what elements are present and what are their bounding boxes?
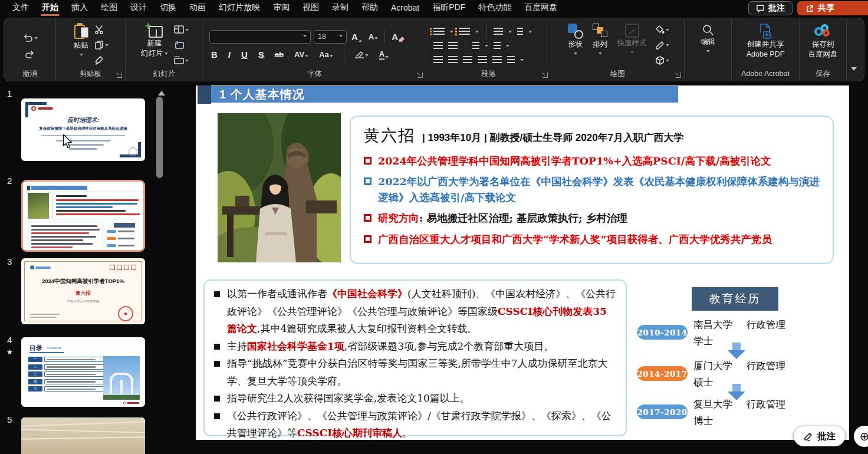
editing-button[interactable]: 编辑 — [698, 22, 718, 68]
achievements-box[interactable]: 以第一作者或通讯作者《中国社会科学》(人文社科顶刊)、《中国农村经济》、《公共行… — [203, 279, 627, 436]
text-shadow-button[interactable]: S — [257, 49, 266, 60]
shapes-button[interactable]: 形状 — [565, 22, 586, 68]
copy-button[interactable] — [93, 39, 110, 51]
scroll-up-arrow-icon[interactable] — [158, 87, 165, 96]
section-chevron-icon[interactable] — [185, 60, 189, 64]
font-size-select[interactable]: 18 — [314, 30, 347, 44]
menu-tab-录制[interactable]: 录制 — [326, 0, 355, 17]
save-to-baidu-button[interactable]: 保存到 百度网盘 — [806, 22, 840, 68]
clipboard-dialog-launcher[interactable] — [117, 73, 122, 78]
font-dialog-launcher[interactable] — [417, 73, 423, 78]
new-slide-button[interactable]: + 新建 幻灯片 — [139, 22, 171, 68]
profile-photo[interactable] — [218, 113, 341, 262]
shrink-font-button[interactable]: A — [367, 32, 380, 42]
shape-outline-button[interactable] — [654, 39, 670, 51]
numbering-chevron-icon[interactable] — [475, 31, 479, 35]
smartart-convert-button[interactable] — [507, 56, 515, 64]
change-case-button[interactable]: Aa — [317, 50, 335, 60]
numbering-button[interactable] — [459, 28, 470, 35]
slide-title[interactable]: 1 个人基本情况 — [211, 86, 678, 103]
decrease-indent-button[interactable] — [433, 42, 443, 50]
slide-thumbnail-4[interactable]: 目录 Contents 一二三四五 — [21, 337, 145, 407]
new-slide-chevron-icon[interactable] — [165, 52, 168, 57]
menu-tab-绘图[interactable]: 绘图 — [94, 0, 124, 17]
align-left-button[interactable] — [433, 56, 443, 64]
menu-tab-帮助[interactable]: 帮助 — [355, 0, 384, 17]
paragraph-dialog-launcher[interactable] — [542, 73, 548, 78]
format-painter-button[interactable] — [93, 54, 110, 66]
menu-tab-文件[interactable]: 文件 — [6, 0, 35, 17]
create-share-adobe-pdf-button[interactable]: 创建并共享 Adobe PDF — [744, 22, 787, 68]
cut-button[interactable] — [93, 24, 110, 35]
profile-info-box[interactable]: 黄六招 | 1993年10月 | 副教授/硕士生导师 2020年7月入职广西大学… — [350, 116, 834, 264]
menu-tab-切换[interactable]: 切换 — [153, 0, 183, 17]
comments-button[interactable]: 批注 — [748, 1, 793, 15]
character-spacing-button[interactable]: AV — [292, 50, 310, 60]
menu-tab-审阅[interactable]: 审阅 — [267, 0, 296, 17]
grow-font-button[interactable]: A — [350, 31, 364, 42]
menu-tab-特色功能[interactable]: 特色功能 — [472, 0, 518, 17]
shape-fill-chevron-icon[interactable] — [666, 29, 669, 33]
collapse-ribbon-chevron-icon[interactable] — [851, 67, 857, 74]
redo-button[interactable] — [24, 49, 37, 61]
quick-styles-chevron-icon[interactable] — [630, 51, 634, 55]
underline-button[interactable]: U — [239, 49, 249, 60]
copy-chevron-icon[interactable] — [105, 44, 108, 48]
strikethrough-button[interactable]: ab — [273, 50, 285, 60]
menu-tab-视图[interactable]: 视图 — [296, 0, 326, 17]
menu-tab-百度网盘[interactable]: 百度网盘 — [518, 0, 564, 17]
text-direction-chevron-icon[interactable] — [528, 31, 532, 35]
slide-layout-chevron-icon[interactable] — [185, 29, 189, 33]
arrange-chevron-icon[interactable] — [599, 52, 602, 57]
line-spacing-chevron-icon[interactable] — [508, 31, 512, 35]
shape-fill-button[interactable] — [654, 24, 670, 35]
clear-formatting-button[interactable]: A — [390, 31, 406, 42]
thumbnail-scrollbar[interactable] — [156, 97, 163, 178]
education-header[interactable]: 教育经历 — [692, 287, 778, 311]
bold-button[interactable]: B — [209, 49, 219, 60]
shape-effects-chevron-icon[interactable] — [666, 60, 669, 64]
text-direction-button[interactable] — [517, 28, 523, 35]
drawing-dialog-launcher[interactable] — [676, 73, 681, 78]
menu-tab-幻灯片放映[interactable]: 幻灯片放映 — [212, 0, 267, 17]
italic-button[interactable]: I — [226, 49, 232, 60]
justify-button[interactable] — [478, 56, 487, 64]
bullets-button[interactable] — [433, 28, 445, 35]
menu-tab-设计[interactable]: 设计 — [124, 0, 153, 17]
editing-chevron-icon[interactable] — [706, 50, 710, 54]
paste-chevron-icon[interactable] — [80, 54, 83, 58]
align-right-button[interactable] — [463, 56, 472, 64]
menu-tab-Acrobat[interactable]: Acrobat — [384, 1, 426, 16]
font-color-button[interactable]: A — [377, 49, 390, 61]
menu-tab-开始[interactable]: 开始 — [35, 0, 65, 17]
quick-styles-button[interactable]: 快速样式 — [615, 22, 649, 68]
paste-button[interactable]: 粘贴 — [71, 22, 91, 68]
text-highlight-button[interactable] — [353, 50, 370, 59]
bullets-chevron-icon[interactable] — [450, 31, 453, 35]
columns-chevron-icon[interactable] — [485, 45, 488, 49]
section-button[interactable] — [173, 54, 190, 66]
columns-button[interactable] — [472, 42, 479, 50]
menu-tab-插入[interactable]: 插入 — [65, 0, 94, 17]
smartart-chevron-icon[interactable] — [520, 59, 524, 63]
reset-slide-button[interactable] — [173, 39, 190, 51]
slide-thumbnail-5[interactable] — [21, 417, 145, 454]
slide-thumbnail-3[interactable]: 2024中国知网高被引学者TOP1% 黄六招 广西大学公共管理学院 ★ — [21, 258, 145, 324]
annotate-button[interactable]: 批注 — [794, 426, 845, 446]
menu-tab-福昕PDF[interactable]: 福昕PDF — [426, 0, 472, 17]
increase-indent-button[interactable] — [448, 42, 458, 50]
slide-canvas[interactable]: 1 个人基本情况 — [196, 85, 849, 440]
shapes-chevron-icon[interactable] — [574, 52, 577, 57]
slide-thumbnail-2-selected[interactable] — [21, 180, 145, 252]
font-name-select[interactable] — [209, 30, 311, 44]
align-text-button[interactable] — [494, 42, 501, 50]
undo-button[interactable] — [21, 32, 39, 44]
share-button[interactable]: 共享 — [797, 1, 868, 15]
slide-layout-button[interactable] — [173, 24, 190, 35]
align-text-chevron-icon[interactable] — [506, 45, 509, 49]
shape-outline-chevron-icon[interactable] — [666, 44, 669, 48]
slide-thumbnail-1[interactable]: 应时治理术: 复杂政策情境下基层政府理性应对策略及系统化逻辑 — [21, 98, 145, 161]
align-center-button[interactable] — [448, 56, 458, 64]
line-spacing-button[interactable] — [494, 28, 503, 35]
shape-effects-button[interactable] — [654, 54, 670, 66]
